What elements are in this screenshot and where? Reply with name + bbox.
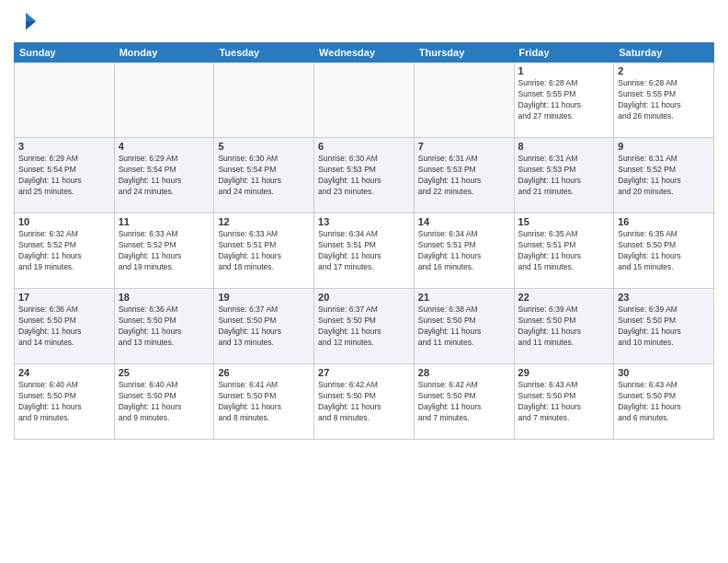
svg-marker-0	[26, 13, 36, 21]
day-cell: 14Sunrise: 6:34 AM Sunset: 5:51 PM Dayli…	[414, 213, 514, 289]
day-info: Sunrise: 6:40 AM Sunset: 5:50 PM Dayligh…	[119, 380, 210, 424]
day-cell: 6Sunrise: 6:30 AM Sunset: 5:53 PM Daylig…	[314, 138, 415, 213]
day-number: 2	[618, 65, 710, 76]
day-cell: 5Sunrise: 6:30 AM Sunset: 5:54 PM Daylig…	[214, 138, 314, 213]
day-info: Sunrise: 6:34 AM Sunset: 5:51 PM Dayligh…	[418, 229, 510, 273]
day-cell: 13Sunrise: 6:34 AM Sunset: 5:51 PM Dayli…	[314, 213, 415, 289]
day-number: 4	[119, 141, 210, 152]
day-info: Sunrise: 6:36 AM Sunset: 5:50 PM Dayligh…	[119, 304, 210, 349]
day-cell	[314, 63, 415, 138]
day-info: Sunrise: 6:33 AM Sunset: 5:51 PM Dayligh…	[218, 229, 310, 273]
day-info: Sunrise: 6:43 AM Sunset: 5:50 PM Dayligh…	[618, 380, 710, 424]
week-row-1: 1Sunrise: 6:28 AM Sunset: 5:55 PM Daylig…	[15, 63, 714, 138]
day-cell: 16Sunrise: 6:35 AM Sunset: 5:50 PM Dayli…	[614, 213, 714, 289]
day-number: 12	[218, 216, 310, 227]
day-info: Sunrise: 6:41 AM Sunset: 5:50 PM Dayligh…	[218, 380, 310, 424]
day-number: 14	[418, 216, 510, 227]
day-info: Sunrise: 6:43 AM Sunset: 5:50 PM Dayligh…	[518, 380, 610, 424]
week-row-3: 10Sunrise: 6:32 AM Sunset: 5:52 PM Dayli…	[15, 213, 714, 289]
week-row-2: 3Sunrise: 6:29 AM Sunset: 5:54 PM Daylig…	[15, 138, 714, 213]
day-cell: 29Sunrise: 6:43 AM Sunset: 5:50 PM Dayli…	[514, 364, 614, 440]
day-cell: 7Sunrise: 6:31 AM Sunset: 5:53 PM Daylig…	[414, 138, 514, 213]
day-info: Sunrise: 6:34 AM Sunset: 5:51 PM Dayligh…	[318, 229, 410, 273]
day-cell: 3Sunrise: 6:29 AM Sunset: 5:54 PM Daylig…	[15, 138, 115, 213]
day-cell: 19Sunrise: 6:37 AM Sunset: 5:50 PM Dayli…	[214, 289, 314, 364]
day-info: Sunrise: 6:35 AM Sunset: 5:51 PM Dayligh…	[518, 229, 610, 273]
header	[14, 9, 714, 35]
day-number: 24	[18, 367, 110, 378]
day-cell: 25Sunrise: 6:40 AM Sunset: 5:50 PM Dayli…	[114, 364, 214, 440]
day-cell: 11Sunrise: 6:33 AM Sunset: 5:52 PM Dayli…	[114, 213, 214, 289]
day-number: 18	[119, 292, 210, 303]
day-info: Sunrise: 6:39 AM Sunset: 5:50 PM Dayligh…	[618, 304, 710, 349]
weekday-header-wednesday: Wednesday	[314, 43, 415, 63]
day-number: 30	[618, 367, 710, 378]
day-number: 25	[119, 367, 210, 378]
weekday-header-thursday: Thursday	[414, 43, 514, 63]
day-info: Sunrise: 6:33 AM Sunset: 5:52 PM Dayligh…	[119, 229, 210, 273]
day-number: 23	[618, 292, 710, 303]
day-cell: 8Sunrise: 6:31 AM Sunset: 5:53 PM Daylig…	[514, 138, 614, 213]
day-number: 27	[318, 367, 410, 378]
day-info: Sunrise: 6:31 AM Sunset: 5:53 PM Dayligh…	[418, 154, 510, 198]
calendar-table: SundayMondayTuesdayWednesdayThursdayFrid…	[14, 42, 714, 440]
day-cell: 27Sunrise: 6:42 AM Sunset: 5:50 PM Dayli…	[314, 364, 415, 440]
day-number: 17	[18, 292, 110, 303]
day-cell: 24Sunrise: 6:40 AM Sunset: 5:50 PM Dayli…	[15, 364, 115, 440]
day-cell: 18Sunrise: 6:36 AM Sunset: 5:50 PM Dayli…	[114, 289, 214, 364]
logo	[14, 9, 43, 35]
day-number: 21	[418, 292, 510, 303]
day-cell: 9Sunrise: 6:31 AM Sunset: 5:52 PM Daylig…	[614, 138, 714, 213]
day-info: Sunrise: 6:28 AM Sunset: 5:55 PM Dayligh…	[518, 78, 610, 122]
day-cell: 12Sunrise: 6:33 AM Sunset: 5:51 PM Dayli…	[214, 213, 314, 289]
week-row-5: 24Sunrise: 6:40 AM Sunset: 5:50 PM Dayli…	[15, 364, 714, 440]
day-number: 3	[18, 141, 110, 152]
day-cell: 2Sunrise: 6:28 AM Sunset: 5:55 PM Daylig…	[614, 63, 714, 138]
svg-marker-1	[26, 21, 36, 29]
day-info: Sunrise: 6:37 AM Sunset: 5:50 PM Dayligh…	[318, 304, 410, 349]
day-number: 9	[618, 141, 710, 152]
day-cell: 21Sunrise: 6:38 AM Sunset: 5:50 PM Dayli…	[414, 289, 514, 364]
day-cell	[214, 63, 314, 138]
day-cell	[15, 63, 115, 138]
day-number: 26	[218, 367, 310, 378]
day-number: 7	[418, 141, 510, 152]
day-info: Sunrise: 6:39 AM Sunset: 5:50 PM Dayligh…	[518, 304, 610, 349]
day-number: 6	[318, 141, 410, 152]
day-cell: 10Sunrise: 6:32 AM Sunset: 5:52 PM Dayli…	[15, 213, 115, 289]
logo-icon	[14, 9, 40, 35]
day-cell	[114, 63, 214, 138]
day-number: 28	[418, 367, 510, 378]
day-info: Sunrise: 6:29 AM Sunset: 5:54 PM Dayligh…	[119, 154, 210, 198]
day-cell: 30Sunrise: 6:43 AM Sunset: 5:50 PM Dayli…	[614, 364, 714, 440]
weekday-header-friday: Friday	[514, 43, 614, 63]
day-cell: 23Sunrise: 6:39 AM Sunset: 5:50 PM Dayli…	[614, 289, 714, 364]
day-cell: 26Sunrise: 6:41 AM Sunset: 5:50 PM Dayli…	[214, 364, 314, 440]
day-info: Sunrise: 6:35 AM Sunset: 5:50 PM Dayligh…	[618, 229, 710, 273]
day-info: Sunrise: 6:28 AM Sunset: 5:55 PM Dayligh…	[618, 78, 710, 122]
weekday-header-sunday: Sunday	[15, 43, 115, 63]
day-info: Sunrise: 6:31 AM Sunset: 5:52 PM Dayligh…	[618, 154, 710, 198]
day-info: Sunrise: 6:37 AM Sunset: 5:50 PM Dayligh…	[218, 304, 310, 349]
weekday-header-tuesday: Tuesday	[214, 43, 314, 63]
day-cell: 22Sunrise: 6:39 AM Sunset: 5:50 PM Dayli…	[514, 289, 614, 364]
day-info: Sunrise: 6:31 AM Sunset: 5:53 PM Dayligh…	[518, 154, 610, 198]
day-info: Sunrise: 6:29 AM Sunset: 5:54 PM Dayligh…	[18, 154, 110, 198]
day-number: 10	[18, 216, 110, 227]
day-info: Sunrise: 6:32 AM Sunset: 5:52 PM Dayligh…	[18, 229, 110, 273]
day-info: Sunrise: 6:30 AM Sunset: 5:54 PM Dayligh…	[218, 154, 310, 198]
day-cell: 4Sunrise: 6:29 AM Sunset: 5:54 PM Daylig…	[114, 138, 214, 213]
day-cell: 28Sunrise: 6:42 AM Sunset: 5:50 PM Dayli…	[414, 364, 514, 440]
calendar-body: 1Sunrise: 6:28 AM Sunset: 5:55 PM Daylig…	[15, 63, 714, 440]
day-number: 5	[218, 141, 310, 152]
day-number: 15	[518, 216, 610, 227]
day-number: 1	[518, 65, 610, 76]
day-info: Sunrise: 6:30 AM Sunset: 5:53 PM Dayligh…	[318, 154, 410, 198]
day-number: 20	[318, 292, 410, 303]
day-info: Sunrise: 6:42 AM Sunset: 5:50 PM Dayligh…	[418, 380, 510, 424]
day-number: 13	[318, 216, 410, 227]
day-number: 19	[218, 292, 310, 303]
day-info: Sunrise: 6:38 AM Sunset: 5:50 PM Dayligh…	[418, 304, 510, 349]
weekday-row: SundayMondayTuesdayWednesdayThursdayFrid…	[15, 43, 714, 63]
day-cell: 1Sunrise: 6:28 AM Sunset: 5:55 PM Daylig…	[514, 63, 614, 138]
